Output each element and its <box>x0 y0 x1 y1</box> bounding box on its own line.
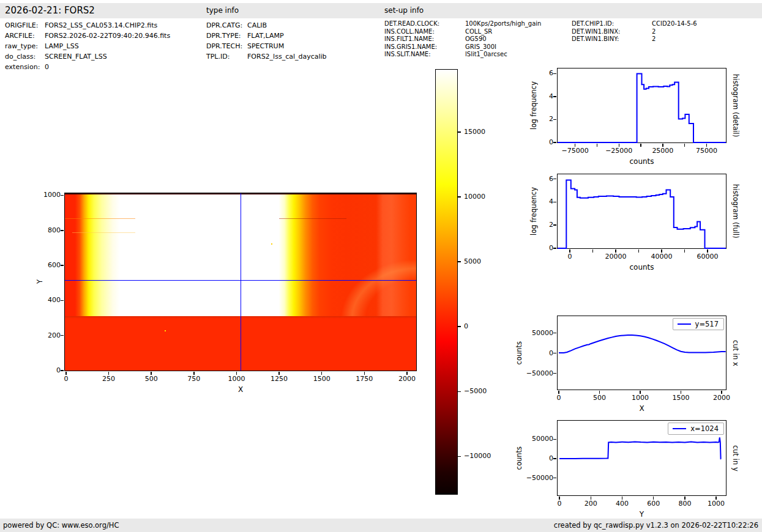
y-tick-label: −50000 <box>520 370 553 377</box>
y-axis-label: counts <box>515 341 523 364</box>
y-axis-label: log frequency <box>529 187 538 235</box>
x-tick-label: 0 <box>47 375 86 383</box>
colorbar-tick <box>457 131 461 133</box>
y-tick <box>553 202 556 203</box>
x-tick <box>684 144 685 147</box>
x-tick-label: 500 <box>580 394 619 402</box>
right-side-label: cut in y <box>731 445 740 471</box>
y-tick <box>553 333 556 334</box>
colorbar-tick-label: 5000 <box>464 258 503 265</box>
y-axis-label-wrap: log frequency <box>529 174 538 248</box>
x-tick-label: 2000 <box>387 375 427 383</box>
heatmap-faint-line <box>65 218 135 219</box>
y-tick <box>553 142 556 143</box>
crosshair-vertical-x1024 <box>241 193 241 371</box>
colorbar-tick <box>457 326 461 327</box>
colorbar-tick-label: −5000 <box>464 388 503 395</box>
series-canvas <box>558 68 726 142</box>
colorbar-tick <box>457 391 461 393</box>
y-tick <box>61 195 64 196</box>
hist-full-plot: 02000040000600000246countslog frequencyh… <box>557 174 727 249</box>
y-tick-label: 0 <box>28 367 61 374</box>
y-axis-label: counts <box>515 446 523 470</box>
colorbar-tick <box>457 196 461 198</box>
footer-powered-by: powered by QC: www.eso.org/HC <box>3 519 119 532</box>
y-tick-label: 0 <box>520 350 553 357</box>
y-tick <box>553 179 556 180</box>
y-tick <box>553 119 556 120</box>
data-line-histogram <box>558 180 726 249</box>
colorbar: 150001000050000−5000−10000 <box>435 69 458 495</box>
y-tick-label: 400 <box>28 297 61 304</box>
heatmap-faint-line <box>279 218 346 219</box>
cut-x-plot: 0500100015002000500000−50000Xcountscut i… <box>557 316 727 390</box>
x-tick-label: 1000 <box>217 375 256 383</box>
heatmap-faint-line <box>72 232 135 233</box>
right-label-wrap: cut in y <box>731 421 740 495</box>
x-axis-label: X <box>65 385 416 394</box>
y-tick-label: 0 <box>520 455 553 462</box>
series-canvas <box>558 174 726 248</box>
y-tick <box>61 265 64 266</box>
qc-figure: 0250500750100012501500175020000200400600… <box>0 0 762 532</box>
x-tick-label: −75000 <box>556 147 595 155</box>
colorbar-tick <box>457 456 461 457</box>
data-line-histogram <box>558 73 726 142</box>
y-tick <box>61 230 64 231</box>
y-axis-label-wrap: Y <box>35 193 44 371</box>
y-tick <box>553 478 556 479</box>
y-axis-label: Y <box>35 279 44 284</box>
x-axis-label: counts <box>558 263 726 272</box>
y-tick-label: 200 <box>28 332 61 339</box>
right-side-label: cut in x <box>731 340 740 366</box>
legend-line-sample <box>673 428 686 429</box>
x-tick <box>592 249 594 253</box>
legend: x=1024 <box>668 423 724 435</box>
colorbar-tick <box>457 261 461 262</box>
colorbar-tick-label: 10000 <box>464 193 503 201</box>
x-axis-label: Y <box>558 510 726 519</box>
x-tick-label: 1750 <box>345 375 384 383</box>
colorbar-tick-label: −10000 <box>464 453 503 460</box>
main-heatmap-plot: 0250500750100012501500175020000200400600… <box>64 193 417 371</box>
right-side-label: histogram (detail) <box>731 74 740 137</box>
x-tick-label: 1000 <box>621 394 660 402</box>
right-label-wrap: histogram (full) <box>731 174 740 248</box>
x-tick <box>684 249 685 253</box>
x-tick-label: 2000 <box>702 394 741 402</box>
x-tick-label: −25000 <box>599 147 638 155</box>
y-tick-label: −50000 <box>520 475 553 482</box>
hist-detail-plot: −75000−2500025000750000246countslog freq… <box>557 68 727 143</box>
x-tick-label: 0 <box>550 253 589 260</box>
legend-label: y=517 <box>695 320 719 328</box>
y-axis-label-wrap: counts <box>515 316 523 390</box>
footer-created-by: created by qc_rawdisp.py v1.2.3 on 2026-… <box>554 519 758 532</box>
right-label-wrap: histogram (detail) <box>731 68 740 142</box>
y-tick-label: 1000 <box>28 191 61 199</box>
x-tick-label: 750 <box>174 375 214 383</box>
data-line-x=1024 <box>559 438 721 459</box>
right-side-label: histogram (full) <box>731 184 740 238</box>
cut-y-plot: 02004006008001000500000−50000Ycountscut … <box>557 420 727 496</box>
y-tick <box>553 73 556 75</box>
y-tick-label: 600 <box>28 262 61 269</box>
heatmap-hot-pixel <box>165 330 166 331</box>
y-tick <box>553 96 556 97</box>
y-tick-label: 50000 <box>520 435 553 443</box>
x-tick-label: 60000 <box>688 253 727 260</box>
y-tick <box>61 335 64 336</box>
y-axis-label-wrap: counts <box>515 421 523 495</box>
x-tick-label: 1500 <box>302 375 342 383</box>
colorbar-tick-label: 0 <box>464 323 503 330</box>
y-tick <box>553 458 556 459</box>
y-axis-label-wrap: log frequency <box>529 68 538 142</box>
y-tick <box>553 224 556 226</box>
y-tick <box>553 353 556 354</box>
y-tick <box>61 370 64 371</box>
right-label-wrap: cut in x <box>731 316 740 390</box>
y-tick-label: 800 <box>28 227 61 234</box>
crosshair-horizontal-y517 <box>65 280 416 281</box>
y-tick-label: 50000 <box>520 330 553 337</box>
heatmap-hot-pixel <box>271 243 272 245</box>
x-axis-label: counts <box>558 157 726 166</box>
